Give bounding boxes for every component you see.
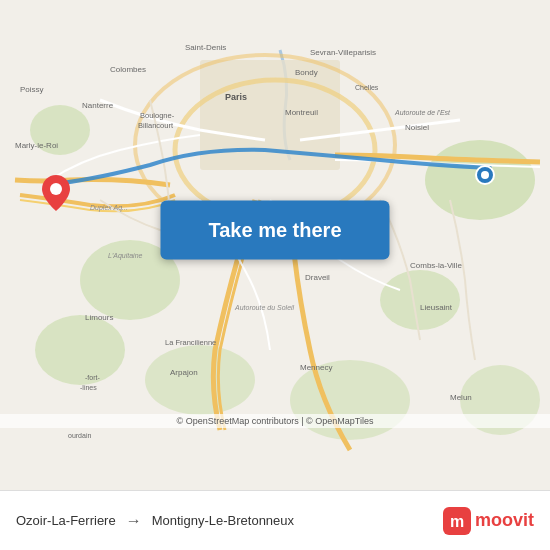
svg-text:Combs-la-Ville: Combs-la-Ville xyxy=(410,261,462,270)
svg-point-41 xyxy=(50,183,62,195)
from-location: Ozoir-La-Ferriere xyxy=(16,513,116,528)
svg-text:Autoroute de l'Est: Autoroute de l'Est xyxy=(394,109,451,116)
svg-point-6 xyxy=(290,360,410,440)
svg-text:Saint-Denis: Saint-Denis xyxy=(185,43,226,52)
moovit-icon: m xyxy=(443,507,471,535)
svg-text:La Francilienne: La Francilienne xyxy=(165,338,216,347)
svg-text:Paris: Paris xyxy=(225,92,247,102)
destination-marker xyxy=(42,175,70,215)
svg-text:Montreuil: Montreuil xyxy=(285,108,318,117)
svg-text:Autoroute du Soleil: Autoroute du Soleil xyxy=(234,304,295,311)
svg-text:Limours: Limours xyxy=(85,313,113,322)
svg-text:Marly-le-Roi: Marly-le-Roi xyxy=(15,141,58,150)
take-me-there-button[interactable]: Take me there xyxy=(160,201,389,260)
svg-text:Draveil: Draveil xyxy=(305,273,330,282)
svg-point-2 xyxy=(380,270,460,330)
svg-text:ourdain: ourdain xyxy=(68,432,91,439)
moovit-brand-text: moovit xyxy=(475,510,534,531)
svg-text:Colombes: Colombes xyxy=(110,65,146,74)
svg-text:Melun: Melun xyxy=(450,393,472,402)
map-attribution: © OpenStreetMap contributors | © OpenMap… xyxy=(0,414,550,428)
origin-marker xyxy=(475,165,495,189)
svg-text:Bondy: Bondy xyxy=(295,68,318,77)
svg-text:L'Aquitaine: L'Aquitaine xyxy=(108,252,143,260)
svg-text:Noisiel: Noisiel xyxy=(405,123,429,132)
svg-text:Lieusaint: Lieusaint xyxy=(420,303,453,312)
svg-text:Arpajon: Arpajon xyxy=(170,368,198,377)
svg-text:Sevran-Villeparisis: Sevran-Villeparisis xyxy=(310,48,376,57)
svg-text:Nanterre: Nanterre xyxy=(82,101,114,110)
svg-point-43 xyxy=(481,171,489,179)
svg-point-4 xyxy=(35,315,125,385)
svg-text:-fort-: -fort- xyxy=(85,374,100,381)
svg-text:Chelles: Chelles xyxy=(355,84,379,91)
bottom-bar: Ozoir-La-Ferriere → Montigny-Le-Bretonne… xyxy=(0,490,550,550)
svg-text:Billancourt: Billancourt xyxy=(138,121,174,130)
svg-point-5 xyxy=(145,345,255,415)
svg-text:Mennecy: Mennecy xyxy=(300,363,332,372)
to-location: Montigny-Le-Bretonneux xyxy=(152,513,294,528)
svg-text:m: m xyxy=(450,513,464,530)
svg-text:Duplex Aq...: Duplex Aq... xyxy=(90,204,128,212)
svg-text:Boulogne-: Boulogne- xyxy=(140,111,175,120)
map-container: Poissy Marly-le-Roi Colombes Saint-Denis… xyxy=(0,0,550,490)
moovit-logo: m moovit xyxy=(443,507,534,535)
route-info: Ozoir-La-Ferriere → Montigny-Le-Bretonne… xyxy=(16,512,443,530)
svg-text:Poissy: Poissy xyxy=(20,85,44,94)
route-arrow-icon: → xyxy=(126,512,142,530)
svg-text:-lines: -lines xyxy=(80,384,97,391)
